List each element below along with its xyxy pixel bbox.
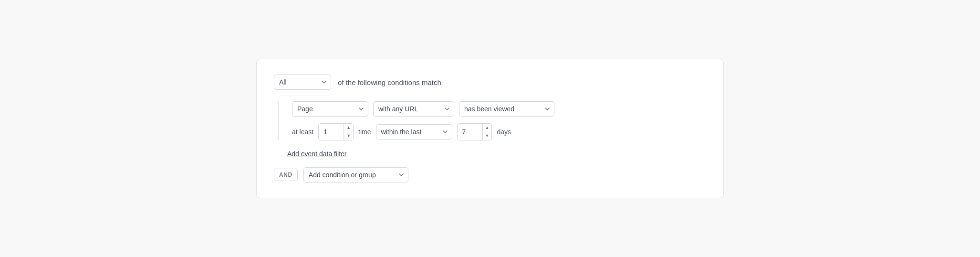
add-condition-select[interactable]: Add condition or group Add condition Add…: [303, 167, 408, 182]
days-input[interactable]: [458, 125, 482, 139]
days-down-button[interactable]: ▼: [483, 132, 492, 140]
url-select[interactable]: with any URL with URL with URL containin…: [373, 101, 454, 117]
and-badge: AND: [274, 169, 298, 181]
add-filter-link[interactable]: Add event data filter: [287, 150, 347, 158]
condition-row-1: Page Event Custom with any URL with URL …: [292, 101, 706, 117]
condition-row-2: at least ▲ ▼ time within the last in the…: [292, 123, 706, 140]
count-input[interactable]: [319, 125, 344, 139]
bottom-row: AND Add condition or group Add condition…: [274, 167, 706, 182]
days-input-wrap: ▲ ▼: [457, 123, 492, 140]
condition-block: Page Event Custom with any URL with URL …: [278, 101, 706, 140]
all-select[interactable]: All Any None: [274, 75, 331, 90]
filter-builder: All Any None of the following conditions…: [256, 59, 724, 198]
count-up-button[interactable]: ▲: [344, 124, 353, 132]
count-spinners: ▲ ▼: [344, 124, 353, 140]
time-label: time: [358, 128, 371, 136]
at-least-label: at least: [292, 128, 313, 136]
count-input-wrap: ▲ ▼: [318, 123, 354, 140]
top-row: All Any None of the following conditions…: [274, 75, 706, 90]
days-up-button[interactable]: ▲: [483, 124, 492, 132]
count-down-button[interactable]: ▼: [344, 132, 353, 140]
page-select[interactable]: Page Event Custom: [292, 101, 368, 117]
days-spinners: ▲ ▼: [482, 124, 492, 140]
viewed-select[interactable]: has been viewed has not been viewed: [459, 101, 554, 117]
conditions-match-label: of the following conditions match: [338, 78, 441, 86]
within-select[interactable]: within the last in the last before after: [376, 124, 452, 139]
days-label: days: [497, 128, 511, 136]
